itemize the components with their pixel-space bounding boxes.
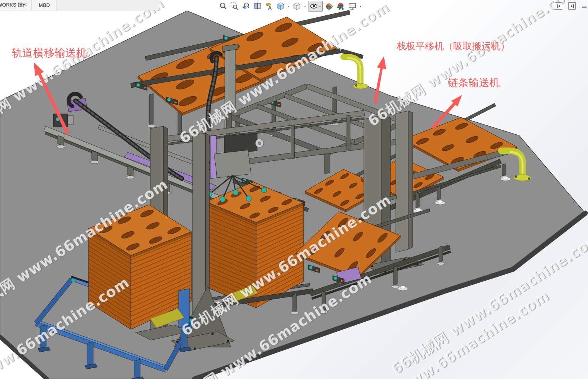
watermark: 66机械网 www.66machine.com <box>365 0 581 130</box>
view-settings-dropdown[interactable]: ▾ <box>359 5 362 8</box>
collapse-pane-right-button[interactable] <box>568 2 576 10</box>
task-pane-buttons <box>555 2 586 10</box>
pane-arrow-left-icon <box>556 4 561 8</box>
hide-show-items-icon <box>309 2 318 11</box>
pane-arrow-right-icon <box>570 4 575 8</box>
view-orientation-icon <box>276 2 285 11</box>
section-view-button[interactable] <box>253 1 263 11</box>
edit-appearance-icon <box>325 2 334 11</box>
minimize-pane-button[interactable] <box>582 7 586 8</box>
view-orientation-button[interactable] <box>276 1 286 11</box>
view-orientation-dropdown[interactable]: ▾ <box>287 5 290 8</box>
hide-show-items-dropdown[interactable]: ▾ <box>318 5 322 8</box>
apply-scene-icon <box>336 2 345 11</box>
heads-up-toolbar: A ▾ ▾ ▾ <box>218 0 362 12</box>
dynamic-annotation-views-icon: A <box>265 2 274 11</box>
view-settings-button[interactable] <box>347 1 357 11</box>
tab-solidworks-plugins[interactable]: OWORKS 插件 <box>0 0 32 10</box>
zoom-to-area-button[interactable] <box>230 1 240 11</box>
display-style-icon <box>292 2 302 11</box>
svg-text:A: A <box>268 5 272 11</box>
view-settings-icon <box>348 2 357 11</box>
section-view-icon <box>253 2 262 11</box>
dynamic-annotation-views-button[interactable]: A <box>264 1 274 11</box>
hide-show-items-button[interactable]: ▾ <box>308 1 323 12</box>
annotation-pallet-transfer: 栈板平移机（吸取搬运机） <box>396 40 510 52</box>
annotation-chain-conveyor: 链条输送机 <box>447 77 500 88</box>
edit-appearance-button[interactable] <box>324 1 334 11</box>
zoom-to-fit-button[interactable] <box>218 1 228 11</box>
collapse-pane-left-button[interactable] <box>555 2 562 10</box>
previous-view-button[interactable] <box>241 1 251 11</box>
previous-view-icon <box>241 2 251 11</box>
display-style-button[interactable] <box>292 1 302 11</box>
zoom-to-area-icon <box>230 2 239 11</box>
apply-scene-button[interactable] <box>336 1 346 11</box>
zoom-to-fit-icon <box>218 2 228 11</box>
command-tab-bar: OWORKS 插件 MBD <box>0 0 159 10</box>
tab-mbd[interactable]: MBD <box>32 0 57 10</box>
annotation-rail-conveyor: 轨道横移输送机 <box>12 47 87 59</box>
display-style-dropdown[interactable]: ▾ <box>303 5 307 8</box>
graphics-area[interactable]: 66机械网 www.66machine.com66机械网 www.66machi… <box>0 0 588 379</box>
